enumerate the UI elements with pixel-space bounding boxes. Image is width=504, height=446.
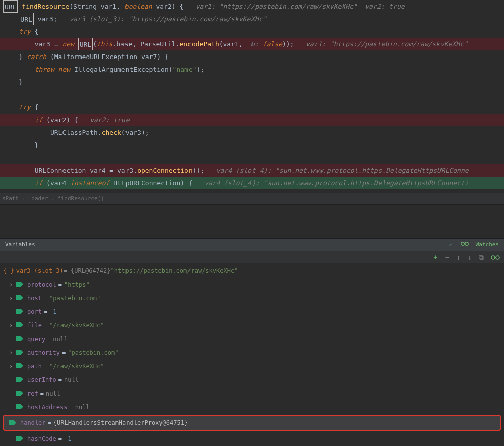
variable-row[interactable]: ›host="pastebin.com" [0,291,504,305]
field-tag-icon [15,335,24,343]
copy-icon[interactable]: ⧉ [479,253,484,262]
chevron-right-icon[interactable]: › [9,281,14,288]
code-editor[interactable]: URL findResource(String var1, boolean va… [0,0,504,193]
breadcrumb[interactable]: sPath›Loader›findResource() [0,193,504,205]
variable-root[interactable]: { } var3 (slot_3) = {URL@64742} "https:/… [0,264,504,277]
code-line: } [0,76,504,88]
breadcrumb-item[interactable]: Loader [28,195,48,202]
variable-row[interactable]: ref=null [0,386,504,400]
panel-gap [0,205,504,239]
chevron-right-icon[interactable]: › [9,322,14,329]
code-line-highlight: URLConnection var4 = var3.openConnection… [0,164,504,177]
field-tag-icon [15,308,24,315]
field-tag-icon [15,435,24,442]
field-tag-icon [15,294,24,302]
variable-row[interactable]: hashCode=-1 [0,432,504,445]
svg-point-3 [496,256,499,259]
code-line: } catch (MalformedURLException var7) { [0,50,504,63]
field-tag-icon [8,419,17,427]
svg-point-2 [491,256,495,259]
variable-row[interactable]: ›protocol="https" [0,277,504,291]
field-tag-icon [15,403,24,411]
variable-row[interactable]: query=null [0,332,504,346]
code-line-current: if (var4 instanceof HttpURLConnection) {… [0,177,504,189]
return-type: URL [3,0,18,13]
code-line: throw new IllegalArgumentException("name… [0,63,504,76]
glasses-icon[interactable] [491,255,500,260]
variables-tab[interactable]: Variables [0,239,40,251]
chevron-right-icon[interactable]: › [9,295,14,302]
variables-toolbar: + − ↑ ↓ ⧉ [0,251,504,264]
field-tag-icon [15,389,24,397]
code-line: } [0,139,504,151]
field-tag-icon [15,376,24,383]
code-line: URL var3; var3 (slot_3): "https://pasteb… [0,13,504,25]
code-line: URL findResource(String var1, boolean va… [0,0,504,13]
code-line: URLClassPath.check(var3); [0,126,504,139]
move-down-icon[interactable]: ↓ [468,253,472,261]
field-tag-icon [15,281,24,288]
code-line: try { [0,101,504,114]
braces-icon: { } [3,267,14,274]
move-up-icon[interactable]: ↑ [456,253,460,261]
variable-row-selected[interactable]: handler={URLHandlersStreamHandlerProxy@6… [3,415,501,431]
breadcrumb-item[interactable]: findResource() [57,195,104,202]
field-tag-icon [15,321,24,329]
code-line-highlight: if (var2) { var2: true [0,114,504,126]
chevron-right-icon[interactable]: › [9,363,14,370]
glasses-icon [461,241,469,246]
variable-row[interactable]: port=-1 [0,305,504,318]
chevron-right-icon[interactable]: › [9,349,14,356]
add-watch-icon[interactable]: + [433,253,437,261]
variables-tree[interactable]: { } var3 (slot_3) = {URL@64742} "https:/… [0,264,504,446]
field-tag-icon [15,349,24,356]
debug-panel-header: Variables ↗ Watches [0,239,504,251]
variable-row[interactable]: ›authority="pastebin.com" [0,346,504,359]
code-line: try { [0,25,504,38]
breadcrumb-item[interactable]: sPath [2,195,19,202]
code-line-highlight: var3 = new URL(this.base, ParseUtil.enco… [0,38,504,50]
variable-row[interactable]: hostAddress=null [0,400,504,414]
code-line [0,88,504,101]
remove-watch-icon[interactable]: − [445,253,449,261]
code-line [0,151,504,164]
expand-icon[interactable]: ↗ [445,239,456,251]
variable-row[interactable]: ›file="/raw/skvKeXHc" [0,318,504,332]
field-tag-icon [15,362,24,370]
variable-row[interactable]: ›path="/raw/skvKeXHc" [0,359,504,373]
watches-tab[interactable]: Watches [456,239,504,251]
variable-row[interactable]: userInfo=null [0,373,504,386]
svg-point-1 [465,242,468,245]
svg-point-0 [461,242,464,245]
